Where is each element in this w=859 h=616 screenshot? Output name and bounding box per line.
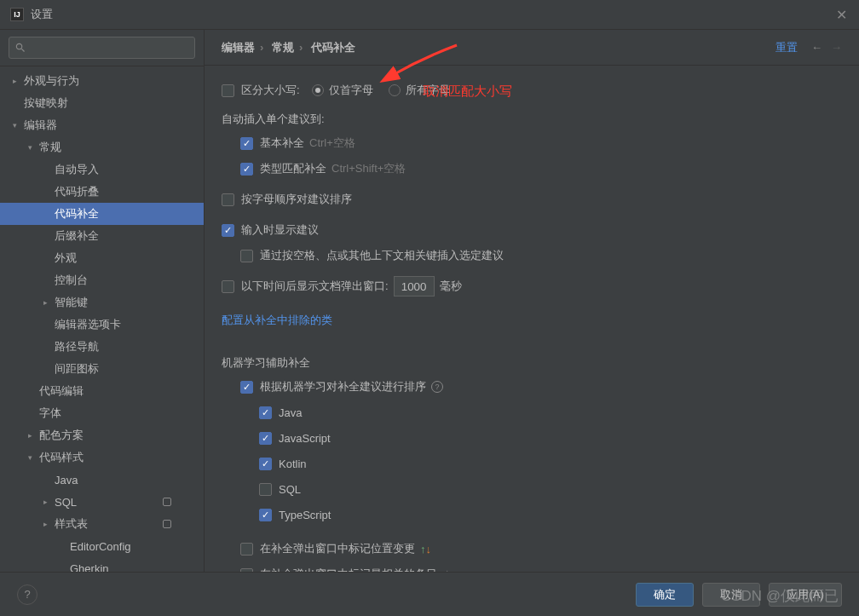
tree-item-9[interactable]: 控制台 xyxy=(0,269,204,291)
tree-item-label: 代码编辑 xyxy=(39,383,204,399)
match-case-label: 区分大小写: xyxy=(241,83,300,98)
tree-item-2[interactable]: ▾编辑器 xyxy=(0,114,204,136)
help-icon[interactable]: ? xyxy=(431,381,443,393)
ml-lang-row-sql: SQL xyxy=(259,476,842,502)
settings-tree[interactable]: ▸外观与行为按键映射▾编辑器▾常规自动导入代码折叠代码补全后缀补全外观控制台▸智… xyxy=(0,66,204,572)
close-icon[interactable]: ✕ xyxy=(836,7,847,23)
show-on-typing-label: 输入时显示建议 xyxy=(241,222,319,238)
tree-item-label: 按键映射 xyxy=(24,95,204,111)
tree-item-label: 常规 xyxy=(39,140,204,155)
tree-item-13[interactable]: 间距图标 xyxy=(0,358,204,380)
app-icon: IJ xyxy=(10,8,24,21)
tree-item-22[interactable]: Gherkin xyxy=(0,557,204,572)
tree-item-12[interactable]: 路径导航 xyxy=(0,336,204,358)
ml-lang-label: Kotlin xyxy=(279,458,307,470)
search-input[interactable] xyxy=(9,37,195,59)
ml-lang-checkbox[interactable] xyxy=(259,483,272,496)
tree-item-label: 间距图标 xyxy=(55,361,204,377)
tree-item-4[interactable]: 自动导入 xyxy=(0,158,204,181)
search-wrap xyxy=(0,30,204,66)
apply-button[interactable]: 应用(A) xyxy=(769,583,842,607)
tree-item-7[interactable]: 后缀补全 xyxy=(0,225,204,247)
tree-item-1[interactable]: 按键映射 xyxy=(0,92,204,114)
auto-insert-label: 自动插入单个建议到: xyxy=(222,112,842,127)
ml-lang-label: Java xyxy=(279,406,302,419)
reset-link[interactable]: 重置 xyxy=(775,40,798,55)
tree-arrow-icon xyxy=(39,274,51,286)
tree-item-label: 代码折叠 xyxy=(55,184,204,199)
show-on-typing-row: 输入时显示建议 xyxy=(222,217,842,243)
match-case-checkbox[interactable] xyxy=(222,84,234,97)
tree-arrow-icon xyxy=(24,407,36,419)
tree-item-label: 智能键 xyxy=(55,295,204,310)
tree-item-21[interactable]: EditorConfig xyxy=(0,535,204,557)
tree-item-label: Gherkin xyxy=(70,562,204,573)
mark-position-checkbox[interactable] xyxy=(240,543,253,556)
back-arrow-icon[interactable]: ← xyxy=(811,41,822,54)
button-row: 确定 取消 应用(A) xyxy=(636,583,842,607)
mark-position-label: 在补全弹出窗口中标记位置变更 xyxy=(260,541,415,556)
basic-completion-checkbox[interactable] xyxy=(240,137,253,150)
match-case-row: 区分大小写: 仅首字母 所有字母 xyxy=(222,78,842,103)
ml-lang-label: TypeScript xyxy=(279,509,331,521)
tree-arrow-icon xyxy=(55,540,66,552)
tree-item-0[interactable]: ▸外观与行为 xyxy=(0,70,204,92)
tree-item-label: 外观 xyxy=(55,250,204,266)
tree-item-5[interactable]: 代码折叠 xyxy=(0,181,204,203)
tree-item-11[interactable]: 编辑器选项卡 xyxy=(0,314,204,336)
tree-item-14[interactable]: 代码编辑 xyxy=(0,380,204,402)
ml-lang-checkbox[interactable] xyxy=(259,458,272,470)
mark-relevant-checkbox[interactable] xyxy=(240,568,253,573)
tree-item-10[interactable]: ▸智能键 xyxy=(0,291,204,314)
doc-popup-input[interactable] xyxy=(394,276,435,296)
tree-item-19[interactable]: ▸SQL xyxy=(0,491,204,513)
tree-item-8[interactable]: 外观 xyxy=(0,247,204,269)
all-letters-radio[interactable] xyxy=(389,84,401,96)
tree-item-label: 后缀补全 xyxy=(55,228,204,244)
scheme-badge-icon xyxy=(163,520,171,528)
ml-sort-row: 根据机器学习对补全建议进行排序 ? xyxy=(240,374,842,400)
ml-lang-row-typescript: TypeScript xyxy=(259,502,842,527)
ml-lang-checkbox[interactable] xyxy=(259,406,272,419)
doc-popup-checkbox[interactable] xyxy=(222,280,234,293)
footer: ? 确定 取消 应用(A) xyxy=(0,572,859,616)
ml-sort-checkbox[interactable] xyxy=(240,381,253,394)
tree-arrow-icon: ▸ xyxy=(39,518,51,530)
content-body: 区分大小写: 仅首字母 所有字母 自动插入单个建议到: 基本补全 Ctrl+空格… xyxy=(205,66,859,572)
ml-header: 机器学习辅助补全 xyxy=(222,355,842,371)
tree-item-label: 代码补全 xyxy=(55,206,204,222)
insert-by-space-checkbox[interactable] xyxy=(240,250,253,262)
tree-arrow-icon xyxy=(24,385,36,397)
ml-lang-checkbox[interactable] xyxy=(259,432,272,445)
help-button[interactable]: ? xyxy=(17,584,37,605)
tree-item-label: 外观与行为 xyxy=(24,73,204,89)
content-header: 编辑器› 常规› 代码补全 重置 ← → xyxy=(205,30,859,66)
show-on-typing-checkbox[interactable] xyxy=(222,224,234,237)
exclude-classes-link[interactable]: 配置从补全中排除的类 xyxy=(222,313,332,328)
type-match-row: 类型匹配补全 Ctrl+Shift+空格 xyxy=(240,156,842,181)
sort-alpha-checkbox[interactable] xyxy=(222,193,234,206)
tree-item-20[interactable]: ▸样式表 xyxy=(0,513,204,535)
type-match-label: 类型匹配补全 xyxy=(260,161,326,176)
tree-item-3[interactable]: ▾常规 xyxy=(0,136,204,158)
tree-item-18[interactable]: Java xyxy=(0,469,204,491)
tree-item-17[interactable]: ▾代码样式 xyxy=(0,446,204,469)
type-match-checkbox[interactable] xyxy=(240,163,253,176)
ml-lang-label: JavaScript xyxy=(279,432,331,445)
ml-lang-label: SQL xyxy=(279,483,301,496)
mark-relevant-row: 在补全弹出窗口中标记最相关的条目 ★ xyxy=(240,561,842,572)
tree-arrow-icon xyxy=(39,186,51,198)
first-letter-radio[interactable] xyxy=(312,84,324,96)
breadcrumb: 编辑器› 常规› 代码补全 xyxy=(222,40,775,55)
tree-item-16[interactable]: ▸配色方案 xyxy=(0,424,204,446)
cancel-button[interactable]: 取消 xyxy=(702,583,760,607)
tree-item-6[interactable]: 代码补全 xyxy=(0,203,204,225)
nav-arrows: ← → xyxy=(811,41,842,54)
doc-popup-row: 以下时间后显示文档弹出窗口: 毫秒 xyxy=(222,273,842,299)
star-icon: ★ xyxy=(442,568,453,573)
tree-arrow-icon xyxy=(39,363,51,375)
ml-lang-checkbox[interactable] xyxy=(259,509,272,521)
tree-item-15[interactable]: 字体 xyxy=(0,402,204,424)
forward-arrow-icon[interactable]: → xyxy=(831,41,842,54)
ok-button[interactable]: 确定 xyxy=(636,583,694,607)
